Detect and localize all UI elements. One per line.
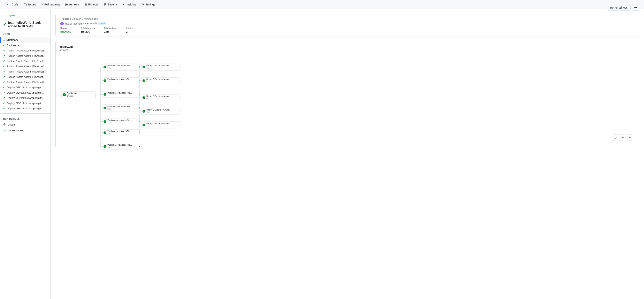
- svg-text:5s: 5s: [146, 98, 148, 100]
- stat-artifacts: Artifacts 1: [126, 27, 134, 33]
- billable-value: 14m: [104, 30, 117, 33]
- run-actor-info: g gyalai pushed 884c65b main: [60, 22, 634, 25]
- node-deploy-3[interactable]: ✓ Deploy DEVcdkcicdwrappe... 5s: [141, 94, 179, 101]
- node-deploy-2[interactable]: ✓ Deploy DEVcdkcicdwrappe... 8s: [141, 78, 179, 84]
- nav-issues-label: Issues: [28, 3, 36, 6]
- svg-text:8s: 8s: [146, 81, 148, 83]
- settings-icon: ⚙: [142, 3, 144, 6]
- svg-text:29s: 29s: [108, 67, 110, 69]
- node-deploy-1[interactable]: ✓ Deploy DEVcdkcicdwrapp... 16s: [141, 64, 179, 70]
- nav-issues[interactable]: ◯ Issues: [21, 0, 38, 9]
- jobs-section-label: Jobs: [0, 31, 50, 37]
- node-publish-3[interactable]: ✓ Publish Assets Assets-File... 22s: [102, 91, 139, 98]
- run-info-bar: Triggered via push 9 minutes ago g gyala…: [55, 14, 639, 36]
- node-publish-6[interactable]: ✓ Publish Assets Assets-File... 20s: [102, 130, 139, 136]
- nav-security-label: Security: [108, 3, 118, 6]
- sidebar-item-synthesize[interactable]: ✔ Synthesize: [0, 43, 50, 48]
- sidebar-item-usage[interactable]: ⏱ Usage: [0, 122, 50, 128]
- sidebar-item-summary[interactable]: ⌂ Summary: [0, 37, 50, 43]
- nav-pull-requests[interactable]: ⑂ Pull requests: [39, 0, 62, 9]
- nav-insights-label: Insights: [127, 3, 136, 6]
- check-icon-deploy2: ✔: [3, 91, 5, 94]
- svg-text:Publish Assets Assets-File...: Publish Assets Assets-File...: [108, 144, 132, 146]
- svg-text:✓: ✓: [104, 121, 106, 123]
- workflow-diagram[interactable]: ✓ Synthesize 1m 33s ✓: [60, 55, 635, 143]
- node-publish-5[interactable]: ✓ Publish Assets Assets-File... 28s: [102, 118, 139, 125]
- commit-hash[interactable]: 884c65b: [87, 22, 97, 25]
- sidebar-item-publish4[interactable]: ✔ Publish Assets Assets-FileAsset4: [0, 64, 50, 69]
- projects-icon: ⊞: [84, 3, 87, 6]
- svg-text:Deploy DEVcdkcicdwrapp...: Deploy DEVcdkcicdwrapp...: [146, 109, 170, 111]
- sidebar-item-publish2[interactable]: ✔ Publish Assets Assets-FileAsset2: [0, 53, 50, 58]
- sidebar-divider: [0, 114, 50, 114]
- svg-text:✓: ✓: [104, 94, 106, 96]
- svg-text:Deploy DEVcdkcicdwrappe...: Deploy DEVcdkcicdwrappe...: [146, 95, 172, 97]
- stat-status: Status Success: [60, 27, 71, 33]
- nav-insights[interactable]: ∿ Insights: [121, 0, 138, 9]
- actions-icon: ▶: [66, 3, 68, 6]
- actor-avatar: g: [60, 22, 64, 25]
- insights-icon: ∿: [123, 3, 126, 6]
- branch-badge[interactable]: main: [98, 22, 106, 25]
- pushed-label: pushed: [74, 22, 82, 25]
- pr-icon: ⑂: [41, 3, 43, 6]
- sidebar-item-publish7[interactable]: ✔ Publish Assets Assets-FileAsset7: [0, 80, 50, 85]
- nav-code[interactable]: <> Code: [5, 0, 20, 9]
- zoom-out-button[interactable]: −: [620, 134, 626, 141]
- more-options-button[interactable]: •••: [632, 9, 639, 10]
- check-icon-publish3: ✔: [3, 60, 5, 62]
- status-label: Status: [60, 27, 71, 30]
- node-publish-2[interactable]: ✓ Publish Assets Assets-File... 23s: [102, 78, 139, 84]
- sidebar-item-deploy1[interactable]: ✔ Deploy DEVcdkcicdwrappergith...: [0, 85, 50, 90]
- svg-text:28s: 28s: [108, 122, 110, 124]
- node-deploy-4[interactable]: ✓ Deploy DEVcdkcicdwrapp... 16s: [141, 108, 179, 114]
- back-label: deploy: [7, 14, 15, 17]
- sidebar-item-workflow-file[interactable]: 📄 Workflow file: [0, 128, 50, 133]
- check-icon-synthesize: ✔: [3, 44, 5, 47]
- summary-label: Summary: [6, 38, 18, 41]
- nav-projects[interactable]: ⊞ Projects: [82, 0, 100, 9]
- duration-label: Total duration: [81, 27, 95, 30]
- svg-text:Deploy DEVcdkcicdwrapp...: Deploy DEVcdkcicdwrapp...: [146, 122, 170, 124]
- node-synthesize[interactable]: ✓ Synthesize 1m 33s: [62, 92, 96, 98]
- svg-text:23s: 23s: [108, 81, 110, 83]
- job-label-publish7: Publish Assets Assets-FileAsset7: [7, 81, 44, 84]
- sidebar-item-deploy5[interactable]: ✔ Deploy DEVcdkcicdwrappergith...: [0, 106, 50, 111]
- commit-icon: [84, 22, 86, 25]
- node-publish-4[interactable]: ✓ Publish Assets Assets-File... 28s: [102, 105, 139, 111]
- svg-point-88: [139, 146, 140, 147]
- sidebar-item-publish6[interactable]: ✔ Publish Assets Assets-FileAsset6: [0, 74, 50, 80]
- fit-view-button[interactable]: ⤢: [612, 134, 619, 141]
- run-trigger-info: Triggered via push 9 minutes ago: [60, 17, 634, 20]
- stat-duration: Total duration 3m 20s: [81, 27, 95, 33]
- clock-icon: ⏱: [3, 123, 6, 126]
- run-status-icon: ✔: [3, 22, 6, 27]
- check-icon-publish5: ✔: [3, 70, 5, 73]
- back-link[interactable]: ← deploy: [0, 12, 50, 18]
- code-icon: <>: [7, 3, 10, 6]
- node-publish-1[interactable]: ✓ Publish Assets Assets-File... 29s: [102, 64, 139, 70]
- top-nav: <> Code ◯ Issues ⑂ Pull requests ▶ Actio…: [0, 0, 644, 9]
- sidebar-item-publish3[interactable]: ✔ Publish Assets Assets-FileAsset3: [0, 58, 50, 64]
- sidebar-item-deploy3[interactable]: ✔ Deploy DEVcdkcicdwrappergith...: [0, 95, 50, 100]
- security-icon: ⛨: [104, 3, 106, 6]
- rerun-button[interactable]: Re-run all jobs: [607, 9, 630, 10]
- svg-text:✓: ✓: [143, 80, 145, 82]
- sidebar-item-deploy4[interactable]: ✔ Deploy DEVcdkcicdwrappergith...: [0, 100, 50, 106]
- node-deploy-5[interactable]: ✓ Deploy DEVcdkcicdwrapp... 47s: [141, 122, 179, 128]
- job-label-deploy3: Deploy DEVcdkcicdwrappergith...: [7, 96, 44, 100]
- sidebar-item-publish5[interactable]: ✔ Publish Assets Assets-FileAsset5: [0, 69, 50, 74]
- nav-actions[interactable]: ▶ Actions: [63, 0, 81, 9]
- svg-text:Publish Assets Assets-File...: Publish Assets Assets-File...: [108, 78, 132, 80]
- workflow-file-label: Workflow file: [8, 129, 22, 132]
- actor-name: gyalai: [65, 22, 72, 25]
- nav-security[interactable]: ⛨ Security: [101, 0, 120, 9]
- svg-text:✓: ✓: [143, 110, 145, 112]
- sidebar-item-publish1[interactable]: ✔ Publish Assets Assets-FileAsset1: [0, 48, 50, 53]
- nav-settings[interactable]: ⚙ Settings: [139, 0, 158, 9]
- nav-actions-label: Actions: [69, 3, 79, 6]
- sidebar-item-deploy2[interactable]: ✔ Deploy DEVcdkcicdwrappergith...: [0, 90, 50, 95]
- home-icon: ⌂: [3, 38, 5, 42]
- zoom-in-button[interactable]: +: [627, 134, 633, 141]
- node-publish-7[interactable]: ✓ Publish Assets Assets-File... 30s: [102, 143, 139, 150]
